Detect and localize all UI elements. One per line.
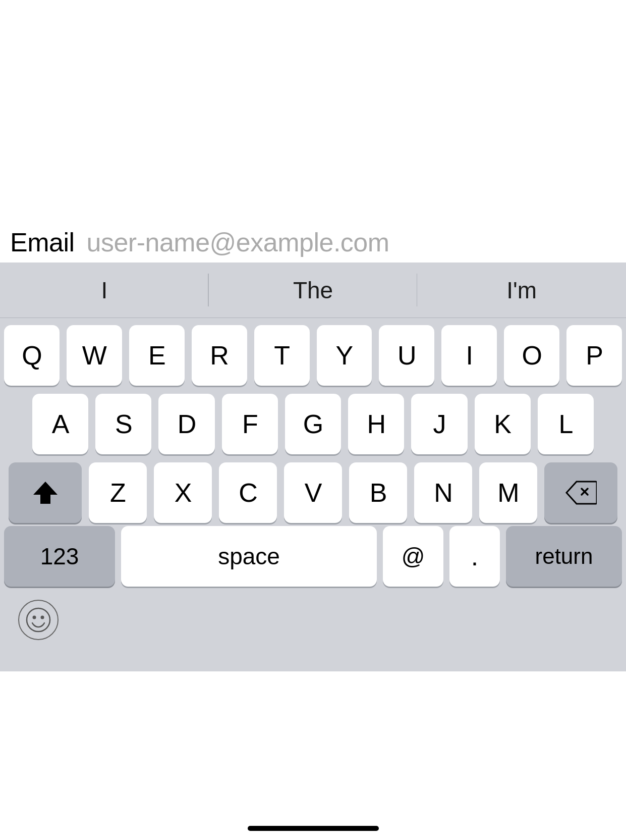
svg-point-0 — [27, 608, 50, 632]
shift-icon — [31, 479, 60, 507]
key-r[interactable]: R — [192, 325, 247, 386]
key-row-1: Q W E R T Y U I O P — [4, 325, 622, 386]
key-l[interactable]: L — [538, 394, 594, 454]
predictive-bar: I The I'm — [0, 262, 626, 318]
space-key[interactable]: space — [121, 526, 377, 587]
predictive-item-0[interactable]: I — [0, 262, 209, 318]
key-row-3: Z X C V B N M — [4, 462, 622, 523]
email-row: Email user-name@example.com — [0, 222, 626, 262]
backspace-button[interactable] — [544, 462, 617, 523]
key-f[interactable]: F — [222, 394, 278, 454]
dot-key[interactable]: . — [449, 526, 500, 587]
at-key[interactable]: @ — [383, 526, 443, 587]
key-b[interactable]: B — [349, 462, 407, 523]
key-x[interactable]: X — [154, 462, 212, 523]
key-v[interactable]: V — [284, 462, 342, 523]
bottom-row: 123 space @ . return — [0, 526, 626, 587]
home-indicator — [248, 826, 379, 831]
key-o[interactable]: O — [504, 325, 559, 386]
svg-point-2 — [41, 616, 44, 619]
key-w[interactable]: W — [67, 325, 122, 386]
email-input-placeholder: user-name@example.com — [87, 227, 389, 257]
key-k[interactable]: K — [475, 394, 531, 454]
key-h[interactable]: H — [348, 394, 404, 454]
predictive-item-1[interactable]: The — [209, 262, 418, 318]
key-g[interactable]: G — [285, 394, 341, 454]
key-c[interactable]: C — [219, 462, 277, 523]
key-j[interactable]: J — [411, 394, 467, 454]
keys-area: Q W E R T Y U I O P A S D F G H J K L — [0, 318, 626, 526]
email-label: Email — [10, 227, 75, 257]
key-p[interactable]: P — [566, 325, 622, 386]
number-switch-button[interactable]: 123 — [4, 526, 115, 587]
emoji-button[interactable] — [18, 600, 59, 640]
backspace-icon — [565, 481, 597, 505]
key-n[interactable]: N — [414, 462, 472, 523]
key-u[interactable]: U — [379, 325, 434, 386]
keyboard: I The I'm Q W E R T Y U I O P A S D F G … — [0, 262, 626, 671]
predictive-item-2[interactable]: I'm — [417, 262, 626, 318]
shift-button[interactable] — [9, 462, 82, 523]
key-d[interactable]: D — [158, 394, 214, 454]
key-z[interactable]: Z — [89, 462, 147, 523]
emoji-icon — [25, 607, 51, 633]
key-y[interactable]: Y — [317, 325, 372, 386]
key-q[interactable]: Q — [4, 325, 60, 386]
key-t[interactable]: T — [254, 325, 310, 386]
key-e[interactable]: E — [129, 325, 185, 386]
svg-point-1 — [33, 616, 36, 619]
return-key[interactable]: return — [506, 526, 622, 587]
key-i[interactable]: I — [441, 325, 497, 386]
key-m[interactable]: M — [479, 462, 537, 523]
key-row-2: A S D F G H J K L — [4, 394, 622, 454]
bottom-bar — [0, 591, 626, 671]
top-area — [0, 0, 626, 222]
key-s[interactable]: S — [95, 394, 151, 454]
key-a[interactable]: A — [32, 394, 88, 454]
